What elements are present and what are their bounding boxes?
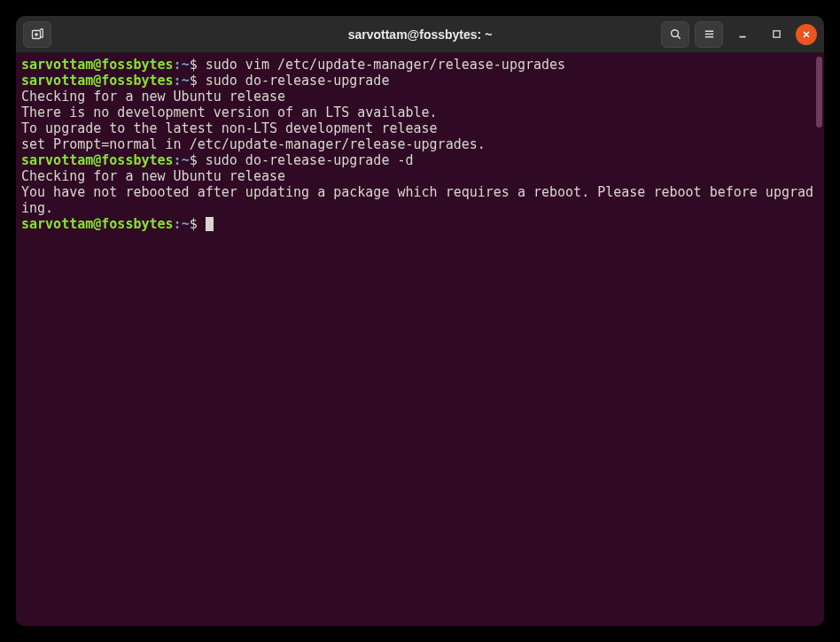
search-icon: [669, 27, 682, 41]
command-text: sudo vim /etc/update-manager/release-upg…: [206, 57, 565, 73]
output-line: You have not rebooted after updating a p…: [21, 184, 819, 216]
prompt-user-host: sarvottam@fossbytes: [21, 73, 174, 89]
close-button[interactable]: [796, 24, 817, 45]
maximize-icon: [771, 28, 782, 40]
prompt-dollar: $: [190, 73, 198, 89]
terminal-line: sarvottam@fossbytes:~$ sudo vim /etc/upd…: [21, 57, 819, 73]
prompt-user-host: sarvottam@fossbytes: [21, 152, 174, 168]
command-text: sudo do-release-upgrade: [206, 73, 390, 89]
maximize-button[interactable]: [762, 21, 790, 48]
prompt-path: ~: [182, 73, 190, 89]
prompt-colon: :: [174, 216, 182, 232]
prompt-colon: :: [174, 73, 182, 89]
output-line: There is no development version of an LT…: [21, 104, 819, 120]
svg-point-1: [671, 30, 678, 37]
svg-rect-2: [773, 31, 779, 37]
menu-button[interactable]: [695, 21, 723, 48]
terminal-line: sarvottam@fossbytes:~$ sudo do-release-u…: [21, 152, 819, 168]
titlebar[interactable]: sarvottam@fossbytes: ~: [16, 16, 824, 53]
minimize-icon: [736, 28, 749, 41]
hamburger-menu-icon: [703, 27, 716, 41]
terminal-line: sarvottam@fossbytes:~$ sudo do-release-u…: [21, 73, 819, 89]
new-tab-icon: [30, 27, 44, 42]
minimize-button[interactable]: [728, 21, 757, 48]
cursor: [206, 217, 214, 231]
prompt-user-host: sarvottam@fossbytes: [21, 216, 174, 232]
close-icon: [801, 29, 812, 40]
output-line: To upgrade to the latest non-LTS develop…: [21, 120, 819, 136]
prompt-path: ~: [182, 216, 190, 232]
terminal-window: sarvottam@fossbytes: ~: [16, 16, 824, 626]
output-line: Checking for a new Ubuntu release: [21, 89, 819, 104]
terminal-body[interactable]: sarvottam@fossbytes:~$ sudo vim /etc/upd…: [16, 53, 824, 626]
prompt-path: ~: [182, 57, 190, 73]
search-button[interactable]: [661, 21, 689, 48]
prompt-dollar: $: [190, 152, 198, 168]
command-text: sudo do-release-upgrade -d: [206, 152, 414, 168]
terminal-line: sarvottam@fossbytes:~$: [21, 216, 819, 232]
output-line: Checking for a new Ubuntu release: [21, 168, 819, 184]
prompt-colon: :: [174, 152, 182, 168]
scrollbar[interactable]: [816, 57, 822, 128]
prompt-path: ~: [182, 152, 190, 168]
output-line: set Prompt=normal in /etc/update-manager…: [21, 136, 819, 152]
prompt-dollar: $: [190, 216, 198, 232]
prompt-dollar: $: [190, 57, 198, 73]
new-tab-button[interactable]: [23, 21, 51, 48]
prompt-colon: :: [174, 57, 182, 73]
prompt-user-host: sarvottam@fossbytes: [21, 57, 174, 73]
